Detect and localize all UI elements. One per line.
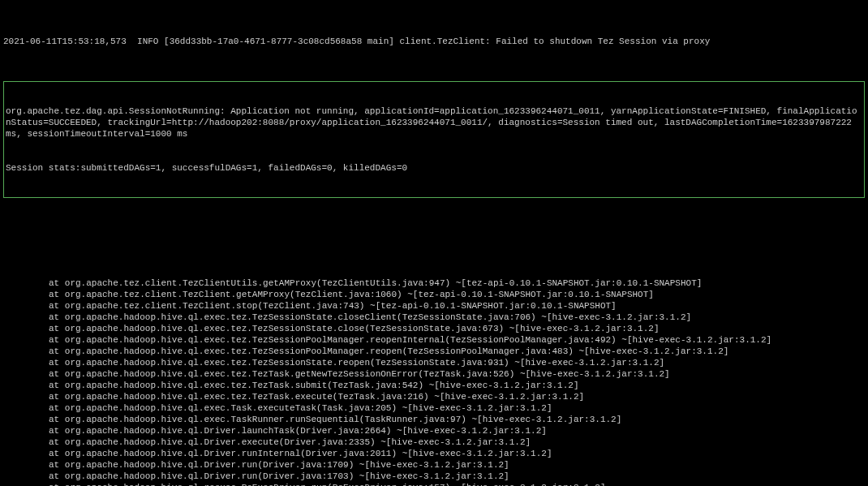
stack-frame: at org.apache.tez.client.TezClient.stop(… (49, 300, 865, 312)
stack-frame: at org.apache.hadoop.hive.ql.exec.tez.Te… (49, 357, 865, 368)
highlighted-error-box: org.apache.tez.dag.api.SessionNotRunning… (3, 81, 865, 198)
error-message: org.apache.tez.dag.api.SessionNotRunning… (6, 105, 862, 140)
stack-frame: at org.apache.hadoop.hive.ql.exec.tez.Te… (49, 346, 865, 357)
stack-frame: at org.apache.hadoop.hive.ql.exec.tez.Te… (49, 334, 865, 346)
stack-frame: at org.apache.tez.client.TezClient.getAM… (49, 289, 865, 300)
blank-line (3, 232, 865, 243)
stack-frame: at org.apache.hadoop.hive.ql.exec.tez.Te… (49, 380, 865, 391)
stack-frame: at org.apache.hadoop.hive.ql.reexec.ReEx… (49, 482, 865, 486)
stack-frame: at org.apache.hadoop.hive.ql.exec.Task.e… (49, 402, 865, 414)
stack-frame: at org.apache.hadoop.hive.ql.Driver.exec… (49, 437, 865, 448)
stack-frame: at org.apache.hadoop.hive.ql.exec.tez.Te… (49, 312, 865, 323)
stack-frame: at org.apache.hadoop.hive.ql.exec.tez.Te… (49, 391, 865, 402)
stack-frame: at org.apache.hadoop.hive.ql.exec.tez.Te… (49, 323, 865, 334)
terminal-output: 2021-06-11T15:53:18,573 INFO [36dd33bb-1… (0, 0, 868, 486)
stack-frame: at org.apache.hadoop.hive.ql.exec.tez.Te… (49, 368, 865, 380)
stack-frame: at org.apache.hadoop.hive.ql.Driver.runI… (49, 448, 865, 459)
stack-frame: at org.apache.hadoop.hive.ql.Driver.run(… (49, 459, 865, 471)
stack-trace: at org.apache.tez.client.TezClientUtils.… (3, 277, 865, 486)
log-line: 2021-06-11T15:53:18,573 INFO [36dd33bb-1… (3, 36, 865, 47)
session-stats: Session stats:submittedDAGs=1, successfu… (6, 162, 862, 174)
stack-frame: at org.apache.hadoop.hive.ql.exec.TaskRu… (49, 414, 865, 425)
stack-frame: at org.apache.hadoop.hive.ql.Driver.run(… (49, 471, 865, 482)
stack-frame: at org.apache.hadoop.hive.ql.Driver.laun… (49, 425, 865, 437)
stack-frame: at org.apache.tez.client.TezClientUtils.… (49, 277, 865, 289)
